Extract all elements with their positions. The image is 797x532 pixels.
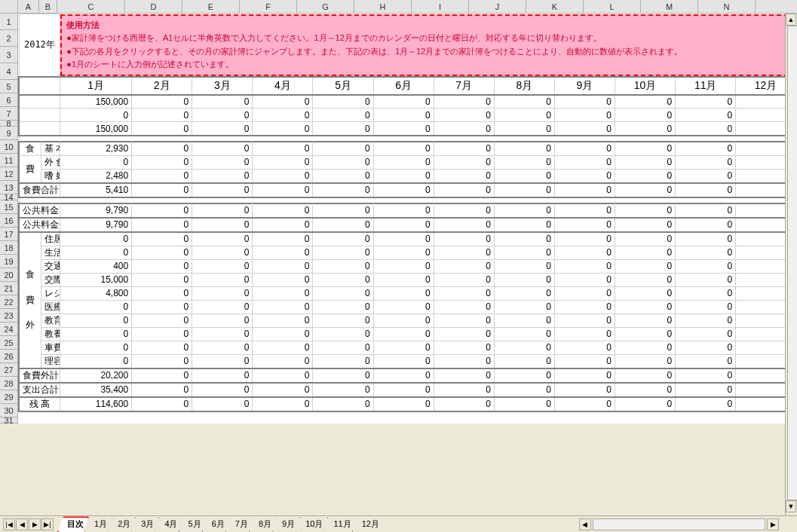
row-out-total-col-5[interactable]: 0 <box>373 368 434 383</box>
row-label-food-total[interactable]: 食費合計 <box>19 183 60 197</box>
col-header-F[interactable]: F <box>240 0 297 13</box>
col-header-B[interactable]: B <box>39 0 57 13</box>
row-grand-total-col-6[interactable]: 0 <box>434 383 494 397</box>
row-grand-total-col-10[interactable]: 0 <box>676 383 736 397</box>
top-row-2-col-4[interactable]: 0 <box>313 122 373 136</box>
row-out-1-col-2[interactable]: 0 <box>192 246 253 259</box>
row-grand-total-col-2[interactable]: 0 <box>192 383 253 397</box>
row-utility-col-0[interactable]: 9,790 <box>60 203 132 218</box>
row-label-gaisyoku[interactable]: 外 食 <box>41 155 60 169</box>
row-label-out-3[interactable]: 交際費 <box>41 273 60 286</box>
row-out-3-col-9[interactable]: 0 <box>615 273 676 286</box>
row-out-0-col-2[interactable]: 0 <box>192 232 253 246</box>
row-out-1-col-8[interactable]: 0 <box>554 246 615 259</box>
sheet-tab-2月[interactable]: 2月 <box>108 517 136 533</box>
row-out-4-col-0[interactable]: 4,800 <box>60 286 132 300</box>
sheet-tab-8月[interactable]: 8月 <box>249 517 277 533</box>
top-row-0-col-2[interactable]: 0 <box>192 95 253 109</box>
row-out-8-col-9[interactable]: 0 <box>615 341 676 354</box>
sheet-tab-1月[interactable]: 1月 <box>84 517 112 533</box>
row-out-5-col-8[interactable]: 0 <box>554 300 615 313</box>
row-out-6-col-0[interactable]: 0 <box>60 313 132 327</box>
month-header-11[interactable]: 11月 <box>676 77 736 95</box>
top-row-1-col-8[interactable]: 0 <box>554 109 615 122</box>
row-out-4-col-4[interactable]: 0 <box>313 286 373 300</box>
row-out-0-col-3[interactable]: 0 <box>253 232 313 246</box>
row-out-8-col-3[interactable]: 0 <box>253 341 313 354</box>
row-out-0-col-8[interactable]: 0 <box>554 232 615 246</box>
row-label-utility-total[interactable]: 公共料金合計 <box>19 218 60 232</box>
row-header-31[interactable]: 31 <box>0 417 18 423</box>
row-out-0-col-6[interactable]: 0 <box>434 232 494 246</box>
col-header-E[interactable]: E <box>182 0 240 13</box>
row-shikou-col-10[interactable]: 0 <box>676 169 736 183</box>
row-header-26[interactable]: 26 <box>0 350 18 363</box>
row-out-8-col-1[interactable]: 0 <box>132 341 192 354</box>
row-utility-total-col-2[interactable]: 0 <box>192 218 253 232</box>
row-out-4-col-2[interactable]: 0 <box>192 286 253 300</box>
row-out-9-col-3[interactable]: 0 <box>253 354 313 368</box>
month-header-10[interactable]: 10月 <box>615 77 676 95</box>
row-grand-total-col-0[interactable]: 35,400 <box>60 383 132 397</box>
worksheet-area[interactable]: 2012年使用方法●家計簿をつける西暦を、A1セルに半角英数で入力してください。… <box>18 14 797 423</box>
row-out-8-col-0[interactable]: 0 <box>60 341 132 354</box>
row-out-3-col-2[interactable]: 0 <box>192 273 253 286</box>
row-grand-total-col-1[interactable]: 0 <box>132 383 192 397</box>
row-out-8-col-8[interactable]: 0 <box>554 341 615 354</box>
row-out-1-col-10[interactable]: 0 <box>676 246 736 259</box>
row-gaisyoku-col-10[interactable]: 0 <box>676 155 736 169</box>
row-header-8[interactable]: 8 <box>0 121 18 127</box>
row-out-0-col-9[interactable]: 0 <box>615 232 676 246</box>
row-out-6-col-9[interactable]: 0 <box>615 313 676 327</box>
row-basic-col-7[interactable]: 0 <box>494 142 554 156</box>
col-header-H[interactable]: H <box>354 0 412 13</box>
row-label-grand-total[interactable]: 支出合計 <box>19 383 60 397</box>
row-header-1[interactable]: 1 <box>0 14 18 30</box>
row-out-9-col-7[interactable]: 0 <box>494 354 554 368</box>
row-out-total-col-1[interactable]: 0 <box>132 368 192 383</box>
row-out-6-col-3[interactable]: 0 <box>253 313 313 327</box>
row-basic-col-5[interactable]: 0 <box>373 142 434 156</box>
row-grand-total-col-7[interactable]: 0 <box>494 383 554 397</box>
row-out-2-col-10[interactable]: 0 <box>676 259 736 273</box>
row-out-6-col-8[interactable]: 0 <box>554 313 615 327</box>
row-gaisyoku-col-9[interactable]: 0 <box>615 155 676 169</box>
row-basic-col-8[interactable]: 0 <box>554 142 615 156</box>
row-shikou-col-4[interactable]: 0 <box>313 169 373 183</box>
row-out-0-col-0[interactable]: 0 <box>60 232 132 246</box>
row-out-3-col-6[interactable]: 0 <box>434 273 494 286</box>
row-out-1-col-5[interactable]: 0 <box>373 246 434 259</box>
row-utility-col-10[interactable]: 0 <box>676 203 736 218</box>
row-balance-col-10[interactable]: 0 <box>676 397 736 411</box>
row-utility-total-col-8[interactable]: 0 <box>554 218 615 232</box>
col-header-A[interactable]: A <box>18 0 39 13</box>
sheet-nav-btn-0[interactable]: |◀ <box>3 518 15 530</box>
row-header-11[interactable]: 11 <box>0 154 18 167</box>
row-food-total-col-2[interactable]: 0 <box>192 183 253 197</box>
sheet-tab-3月[interactable]: 3月 <box>131 517 159 533</box>
row-food-total-col-1[interactable]: 0 <box>132 183 192 197</box>
row-label-out-4[interactable]: レジャー費 <box>41 286 60 300</box>
row-label-out-8[interactable]: 車費 <box>41 341 60 354</box>
row-label-basic[interactable]: 基 本 <box>41 142 60 156</box>
month-header-9[interactable]: 9月 <box>554 77 615 95</box>
top-row-2-col-10[interactable]: 0 <box>676 122 736 136</box>
col-header-C[interactable]: C <box>57 0 125 13</box>
top-row-0-col-3[interactable]: 0 <box>253 95 313 109</box>
sheet-nav-btn-1[interactable]: ◀ <box>16 518 28 530</box>
top-row-2-col-2[interactable]: 0 <box>192 122 253 136</box>
top-row-0-col-1[interactable]: 0 <box>132 95 192 109</box>
row-balance-col-4[interactable]: 0 <box>313 397 373 411</box>
row-basic-col-4[interactable]: 0 <box>313 142 373 156</box>
top-row-2-col-6[interactable]: 0 <box>434 122 494 136</box>
row-utility-col-9[interactable]: 0 <box>615 203 676 218</box>
row-out-7-col-5[interactable]: 0 <box>373 327 434 341</box>
top-row-1-col-0[interactable]: 0 <box>60 109 132 122</box>
row-balance-col-0[interactable]: 114,600 <box>60 397 132 411</box>
sheet-nav-btn-2[interactable]: ▶ <box>29 518 41 530</box>
row-out-3-col-5[interactable]: 0 <box>373 273 434 286</box>
row-out-4-col-7[interactable]: 0 <box>494 286 554 300</box>
row-gaisyoku-col-4[interactable]: 0 <box>313 155 373 169</box>
row-out-5-col-10[interactable]: 0 <box>676 300 736 313</box>
row-gaisyoku-col-7[interactable]: 0 <box>494 155 554 169</box>
